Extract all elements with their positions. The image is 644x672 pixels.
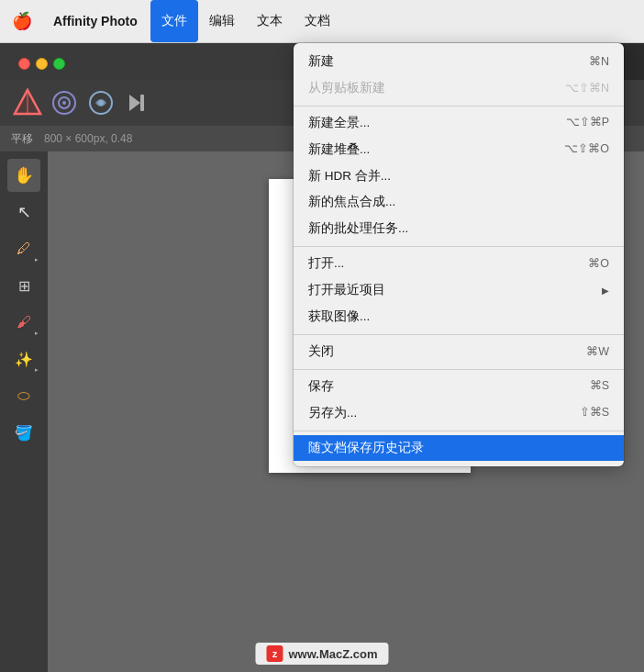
menubar: 🍎 Affinity Photo 文件 编辑 文本 文档 [0, 0, 644, 43]
menu-item-new-hdr[interactable]: 新 HDR 合并... [294, 163, 624, 190]
menu-text[interactable]: 文本 [246, 0, 294, 42]
apple-menu[interactable]: 🍎 [0, 11, 44, 31]
menubar-items: 文件 编辑 文本 文档 [150, 0, 341, 42]
submenu-arrow: ▶ [602, 285, 609, 297]
svg-point-7 [98, 100, 104, 106]
hand-tool[interactable]: ✋ [7, 159, 40, 192]
menu-section-save: 保存 ⌘S 另存为... ⇧⌘S [294, 369, 624, 429]
menu-item-new-stack[interactable]: 新建堆叠... ⌥⇧⌘O [294, 137, 624, 163]
maximize-button[interactable] [53, 58, 65, 70]
sparkle-tool[interactable]: ✨ ▸ [7, 342, 40, 375]
next-icon[interactable] [121, 86, 154, 119]
menu-item-new-batch[interactable]: 新的批处理任务... [294, 216, 624, 242]
develop-persona-icon[interactable] [48, 86, 81, 119]
menu-item-acquire[interactable]: 获取图像... [294, 304, 624, 330]
menu-item-open[interactable]: 打开... ⌘O [294, 251, 624, 277]
menu-section-open: 打开... ⌘O 打开最近项目 ▶ 获取图像... [294, 246, 624, 332]
close-button[interactable] [18, 58, 30, 70]
menu-item-new-panorama[interactable]: 新建全景... ⌥⇧⌘P [294, 110, 624, 137]
watermark: z www.MacZ.com [255, 643, 388, 665]
menu-section-close: 关闭 ⌘W [294, 334, 624, 367]
tool-sidebar: ✋ ↖ 🖊 ▸ ⊞ 🖌 ▸ ✨ ▸ ⬭ 🪣 [0, 151, 48, 672]
eyedropper-tool[interactable]: 🖊 ▸ [7, 232, 40, 265]
svg-marker-9 [129, 95, 140, 111]
mode-label: 平移 [11, 131, 33, 147]
brush-tool[interactable]: 🖌 ▸ [7, 306, 40, 339]
svg-rect-8 [140, 95, 144, 111]
menu-section-new-special: 新建全景... ⌥⇧⌘P 新建堆叠... ⌥⇧⌘O 新 HDR 合并... 新的… [294, 106, 624, 244]
window-chrome [0, 43, 303, 80]
menu-item-save[interactable]: 保存 ⌘S [294, 374, 624, 400]
menu-item-new[interactable]: 新建 ⌘N [294, 49, 624, 75]
menu-item-close[interactable]: 关闭 ⌘W [294, 339, 624, 365]
menu-section-save-history: 随文档保存历史记录 [294, 431, 624, 464]
file-dropdown: 新建 ⌘N 从剪贴板新建 ⌥⇧⌘N 新建全景... ⌥⇧⌘P 新建堆叠... ⌥… [294, 43, 624, 466]
app-name: Affinity Photo [44, 14, 147, 28]
menu-item-new-from-clipboard: 从剪贴板新建 ⌥⇧⌘N [294, 75, 624, 102]
dimensions-label: 800 × 600px, 0.48 [44, 132, 132, 145]
pointer-tool[interactable]: ↖ [7, 196, 40, 229]
menu-file[interactable]: 文件 [150, 0, 198, 42]
crop-tool[interactable]: ⊞ [7, 269, 40, 302]
menu-section-new: 新建 ⌘N 从剪贴板新建 ⌥⇧⌘N [294, 47, 624, 104]
export-persona-icon[interactable] [84, 86, 117, 119]
watermark-text: www.MacZ.com [288, 647, 377, 661]
affinity-persona-icon[interactable] [11, 86, 44, 119]
fill-tool[interactable]: 🪣 [7, 416, 40, 449]
watermark-z-icon: z [266, 645, 283, 662]
menu-item-save-history[interactable]: 随文档保存历史记录 [294, 435, 624, 462]
lasso-tool[interactable]: ⬭ [7, 379, 40, 412]
menu-edit[interactable]: 编辑 [198, 0, 246, 42]
svg-point-5 [62, 101, 66, 105]
menu-item-open-recent[interactable]: 打开最近项目 ▶ [294, 277, 624, 304]
menu-item-new-focus[interactable]: 新的焦点合成... [294, 189, 624, 216]
traffic-lights [7, 50, 76, 77]
menu-document[interactable]: 文档 [294, 0, 341, 42]
menu-item-save-as[interactable]: 另存为... ⇧⌘S [294, 400, 624, 427]
minimize-button[interactable] [36, 58, 48, 70]
